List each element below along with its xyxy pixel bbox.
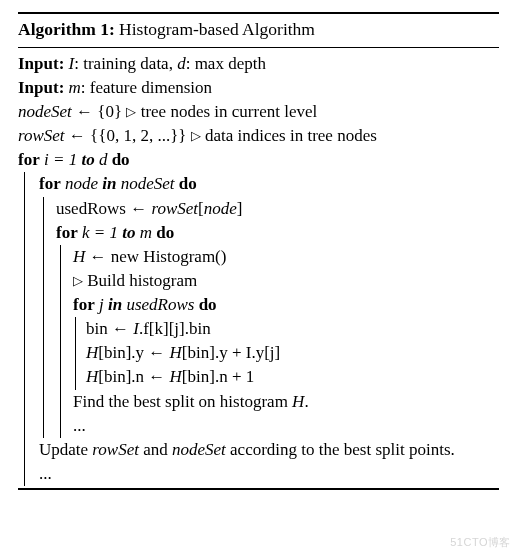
triangle-icon: ▷ xyxy=(191,128,201,143)
hy-line: H[bin].y ← H[bin].y + I.y[j] xyxy=(86,341,499,365)
dots-line: ... xyxy=(39,462,499,486)
build-histogram-line: ▷ Build histogram xyxy=(73,269,499,293)
triangle-icon: ▷ xyxy=(126,104,136,119)
usedrows-line: usedRows ← rowSet[node] xyxy=(56,197,499,221)
title-label: Algorithm 1: xyxy=(18,19,115,39)
h-new-line: H ← new Histogram() xyxy=(73,245,499,269)
dots-line: ... xyxy=(73,414,499,438)
for-i-body: for node in nodeSet do usedRows ← rowSet… xyxy=(24,172,499,486)
for-node-body: usedRows ← rowSet[node] for k = 1 to m d… xyxy=(43,197,499,438)
for-node-header: for node in nodeSet do xyxy=(39,172,499,196)
find-split-line: Find the best split on histogram H. xyxy=(73,390,499,414)
algorithm-body: Input: I: training data, d: max depth In… xyxy=(18,48,499,488)
for-i-header: for i = 1 to d do xyxy=(18,148,499,172)
update-line: Update rowSet and nodeSet according to t… xyxy=(39,438,499,462)
for-j-body: bin ← I.f[k][j].bin H[bin].y ← H[bin].y … xyxy=(75,317,499,389)
algorithm-block: Algorithm 1: Histogram-based Algorithm I… xyxy=(18,12,499,490)
triangle-icon: ▷ xyxy=(73,273,83,288)
nodeset-line: nodeSet ← {0} ▷ tree nodes in current le… xyxy=(18,100,499,124)
for-k-header: for k = 1 to m do xyxy=(56,221,499,245)
for-k-body: H ← new Histogram() ▷ Build histogram fo… xyxy=(60,245,499,438)
hn-line: H[bin].n ← H[bin].n + 1 xyxy=(86,365,499,389)
algorithm-title: Algorithm 1: Histogram-based Algorithm xyxy=(18,14,499,48)
input-line-1: Input: I: training data, d: max depth xyxy=(18,52,499,76)
input-line-2: Input: m: feature dimension xyxy=(18,76,499,100)
for-j-header: for j in usedRows do xyxy=(73,293,499,317)
title-text: Histogram-based Algorithm xyxy=(119,19,315,39)
rowset-line: rowSet ← {{0, 1, 2, ...}} ▷ data indices… xyxy=(18,124,499,148)
bin-line: bin ← I.f[k][j].bin xyxy=(86,317,499,341)
